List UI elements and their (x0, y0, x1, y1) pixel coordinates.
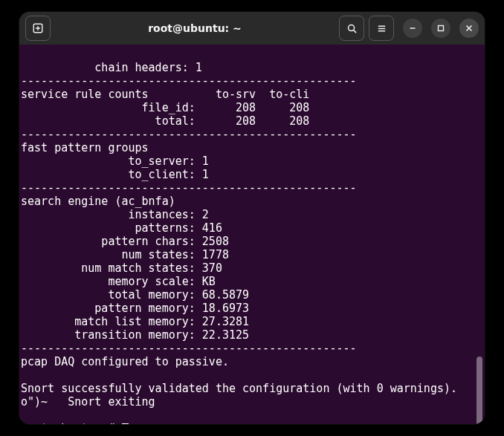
close-icon (465, 25, 473, 32)
new-tab-button[interactable] (25, 16, 51, 41)
maximize-button[interactable] (431, 19, 450, 38)
svg-rect-9 (439, 26, 444, 31)
titlebar: root@ubuntu: ~ (19, 12, 485, 45)
minimize-icon (409, 25, 416, 32)
hamburger-icon (376, 23, 387, 34)
prompt: root@ubuntu:~# (21, 422, 129, 424)
new-tab-icon (32, 22, 44, 34)
window-title: root@ubuntu: ~ (55, 22, 335, 34)
close-button[interactable] (459, 19, 479, 38)
svg-line-4 (353, 30, 356, 33)
maximize-icon (437, 25, 445, 32)
prompt-text: root@ubuntu:~# (21, 422, 114, 424)
scrollbar-thumb[interactable] (476, 357, 482, 424)
search-icon (346, 23, 358, 34)
terminal-viewport[interactable]: chain headers: 1 -----------------------… (19, 45, 485, 424)
svg-point-3 (348, 25, 354, 30)
terminal-window: root@ubuntu: ~ (19, 12, 485, 424)
menu-button[interactable] (369, 16, 394, 41)
cursor (122, 423, 129, 424)
terminal-output: chain headers: 1 -----------------------… (21, 61, 457, 409)
minimize-button[interactable] (403, 19, 422, 38)
search-button[interactable] (339, 16, 364, 41)
